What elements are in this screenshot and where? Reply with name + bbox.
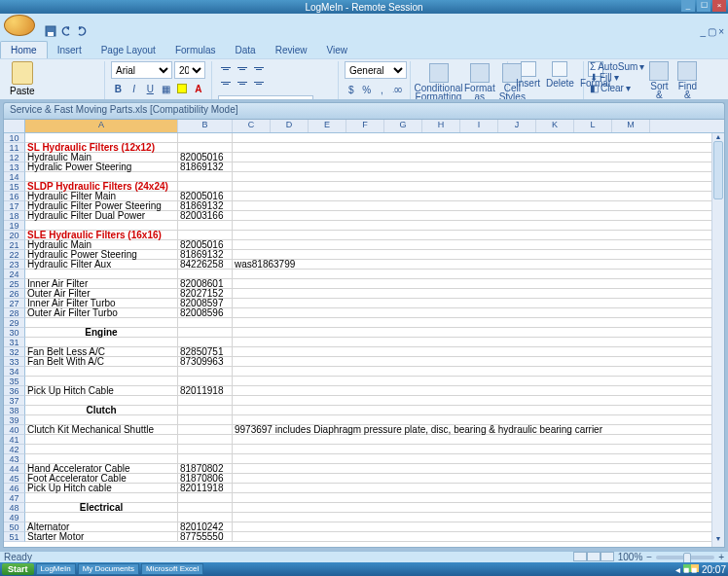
row-header[interactable]: 51 <box>4 532 25 542</box>
tray-icon[interactable]: ◂ <box>675 564 683 572</box>
cell[interactable] <box>25 338 178 346</box>
cell[interactable] <box>233 347 651 356</box>
cell[interactable]: 82011918 <box>178 484 233 492</box>
row-header[interactable]: 24 <box>4 270 25 279</box>
cell[interactable]: 81870806 <box>178 474 233 483</box>
table-row[interactable]: 34 <box>4 367 711 377</box>
cell[interactable] <box>178 133 233 142</box>
cell[interactable] <box>178 425 233 434</box>
cell[interactable]: Engine <box>25 328 178 337</box>
column-header-H[interactable]: H <box>422 120 460 132</box>
cell[interactable]: SL Hydraulic Filters (12x12) <box>25 143 178 152</box>
delete-cells-button[interactable]: Delete <box>544 61 576 89</box>
cell[interactable] <box>233 192 651 200</box>
table-row[interactable]: 24 <box>4 270 711 279</box>
cell[interactable]: 82027152 <box>178 289 233 298</box>
row-header[interactable]: 16 <box>4 192 25 201</box>
cell[interactable]: Fan Belt With A/C <box>25 357 178 366</box>
table-row[interactable]: 18Hydraulic Filter Dual Power82003166 <box>4 211 711 221</box>
taskbar-item[interactable]: My Documents <box>78 563 139 575</box>
cell[interactable] <box>178 328 233 337</box>
zoom-in-icon[interactable]: + <box>718 552 724 562</box>
row-header[interactable]: 33 <box>4 357 25 367</box>
table-row[interactable]: 30Engine <box>4 328 711 338</box>
row-header[interactable]: 31 <box>4 338 25 347</box>
column-header-K[interactable]: K <box>536 120 574 132</box>
table-row[interactable]: 23Hydraulic Filter Aux84226258was8186379… <box>4 260 711 270</box>
cell[interactable] <box>233 270 651 278</box>
cell[interactable] <box>233 357 651 366</box>
row-header[interactable]: 40 <box>4 425 25 435</box>
cell[interactable]: Hydralic Power Steering <box>25 162 178 171</box>
row-header[interactable]: 19 <box>4 221 25 231</box>
scroll-thumb[interactable] <box>713 141 723 199</box>
row-header[interactable]: 22 <box>4 250 25 260</box>
cell[interactable]: 81869132 <box>178 162 233 171</box>
cell[interactable] <box>233 172 651 181</box>
cell[interactable]: Hydraulic Filter Aux <box>25 260 178 269</box>
cell[interactable] <box>178 318 233 327</box>
cell[interactable] <box>233 279 651 288</box>
cell[interactable] <box>233 503 651 512</box>
row-header[interactable]: 43 <box>4 454 25 464</box>
cell[interactable]: Pick Up Hitch Cable <box>25 386 178 395</box>
row-header[interactable]: 50 <box>4 522 25 532</box>
cell[interactable] <box>233 338 651 346</box>
tab-data[interactable]: Data <box>226 42 266 58</box>
cell[interactable] <box>233 308 651 317</box>
cell[interactable] <box>178 415 233 424</box>
number-format-selector[interactable]: General <box>345 61 407 79</box>
row-header[interactable]: 18 <box>4 211 25 221</box>
cell[interactable] <box>25 415 178 424</box>
cell[interactable] <box>233 396 651 405</box>
cell[interactable] <box>233 133 651 142</box>
tab-home[interactable]: Home <box>0 41 48 58</box>
cell[interactable] <box>233 454 651 463</box>
cell[interactable]: Pick Up Hitch cable <box>25 484 178 492</box>
tab-page-layout[interactable]: Page Layout <box>91 42 165 58</box>
cell[interactable] <box>233 221 651 230</box>
zoom-level[interactable]: 100% <box>618 552 643 562</box>
row-header[interactable]: 12 <box>4 153 25 162</box>
table-row[interactable]: 11SL Hydraulic Filters (12x12) <box>4 143 711 153</box>
tab-review[interactable]: Review <box>266 42 317 58</box>
cell[interactable]: 84226258 <box>178 260 233 269</box>
row-header[interactable]: 35 <box>4 377 25 386</box>
cell[interactable] <box>233 299 651 307</box>
alignment-grid[interactable] <box>218 61 267 90</box>
select-all-corner[interactable] <box>4 120 25 132</box>
row-header[interactable]: 47 <box>4 493 25 503</box>
cell[interactable]: 82005016 <box>178 192 233 200</box>
cell[interactable] <box>25 435 178 444</box>
cell[interactable] <box>233 153 651 162</box>
cell[interactable] <box>178 231 233 239</box>
cell[interactable] <box>178 445 233 453</box>
cell[interactable]: Fan Belt Less A/C <box>25 347 178 356</box>
cell[interactable] <box>233 328 651 337</box>
cell[interactable]: Hydraulic Filter Power Steering <box>25 201 178 210</box>
row-header[interactable]: 46 <box>4 484 25 493</box>
cell[interactable] <box>233 513 651 522</box>
cell[interactable]: Hydraulic Main <box>25 153 178 162</box>
cell[interactable] <box>178 513 233 522</box>
cell[interactable] <box>233 240 651 249</box>
row-header[interactable]: 44 <box>4 464 25 474</box>
row-header[interactable]: 26 <box>4 289 25 299</box>
system-clock[interactable]: 20:07 <box>702 564 726 575</box>
cell[interactable]: Hydraulic Filter Dual Power <box>25 211 178 220</box>
scroll-down-icon[interactable]: ▼ <box>712 535 724 547</box>
row-header[interactable]: 48 <box>4 503 25 513</box>
cell[interactable] <box>233 415 651 424</box>
table-row[interactable]: 36Pick Up Hitch Cable82011918 <box>4 386 711 396</box>
row-header[interactable]: 10 <box>4 133 25 143</box>
taskbar-item[interactable]: Microsoft Excel <box>141 563 203 575</box>
cell[interactable]: SLE Hydraulic Filters (16x16) <box>25 231 178 239</box>
table-row[interactable]: 38Clutch <box>4 406 711 415</box>
cell[interactable]: 82005016 <box>178 153 233 162</box>
cell[interactable]: Electrical <box>25 503 178 512</box>
row-header[interactable]: 41 <box>4 435 25 445</box>
vertical-scrollbar[interactable]: ▲ ▼ <box>711 133 724 547</box>
cell[interactable]: 82003166 <box>178 211 233 220</box>
cell[interactable]: Outer Air Filter <box>25 289 178 298</box>
cell[interactable]: Hydraulic Main <box>25 240 178 249</box>
